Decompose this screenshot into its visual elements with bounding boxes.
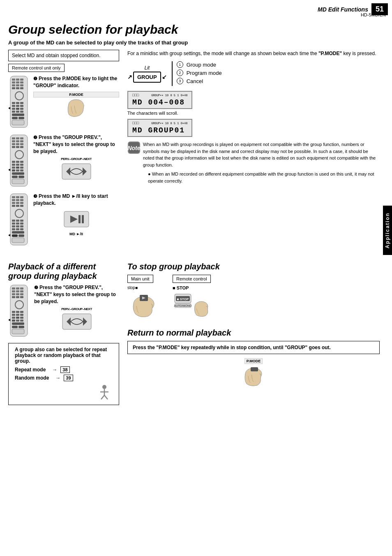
svg-rect-7 [12, 84, 15, 86]
svg-rect-36 [12, 140, 15, 142]
perv-group-next-2-illustration: PERV.–GROUP–NEXT [34, 307, 119, 334]
lcd2-small-info: ▾▾ 10 8 5 1 0▾48 [160, 122, 187, 125]
svg-point-134 [102, 385, 106, 389]
svg-text:■ STOP: ■ STOP [177, 297, 189, 301]
svg-rect-102 [10, 285, 28, 336]
svg-rect-47 [16, 161, 19, 163]
svg-rect-68 [12, 199, 15, 201]
group-box: GROUP [133, 72, 161, 83]
left-arrow: ↗ [127, 74, 132, 80]
lcd1-main: MD 004–008 [132, 98, 187, 107]
step-2-row: ❷ Press the "GROUP PREV.", "NEXT" keys t… [8, 134, 119, 189]
svg-rect-71 [12, 202, 15, 204]
svg-rect-131 [12, 329, 24, 334]
lcd1-group-label: GROUP [151, 94, 160, 97]
svg-rect-125 [12, 320, 15, 322]
svg-rect-98 [82, 215, 84, 223]
svg-rect-76 [20, 205, 23, 207]
svg-rect-3 [20, 79, 23, 81]
two-column-layout: Select MD and obtain stopped condition. … [8, 50, 380, 252]
svg-rect-32 [10, 135, 28, 186]
note-section: Note When an MD with group recordings is… [127, 141, 380, 184]
svg-rect-53 [16, 167, 19, 169]
svg-rect-17 [12, 105, 15, 107]
lit-label: Lit [144, 65, 150, 71]
step-1-content: ❶ Press the P.MODE key to light the "GRO… [33, 75, 119, 118]
svg-rect-87 [12, 228, 15, 230]
playback-step-content: ❷ Press the "GROUP PREV.", "NEXT" keys t… [34, 284, 119, 334]
subtitle: A group of the MD can be selected to pla… [8, 39, 380, 46]
svg-rect-58 [12, 172, 24, 175]
remote-only-label: Remote control unit only [8, 64, 65, 72]
svg-marker-30 [8, 107, 10, 109]
svg-rect-92 [18, 234, 24, 237]
svg-rect-74 [12, 205, 15, 207]
svg-rect-66 [16, 196, 19, 198]
step-1-row: ❶ Press the P.MODE key to light the "GRO… [8, 75, 119, 130]
svg-marker-62 [8, 169, 10, 171]
svg-rect-110 [16, 293, 19, 295]
svg-rect-122 [12, 317, 15, 319]
svg-rect-33 [12, 137, 15, 139]
mode-1-row: 1 Group mode [177, 61, 222, 68]
svg-rect-89 [20, 228, 23, 230]
svg-rect-49 [12, 164, 15, 166]
svg-rect-65 [12, 196, 15, 198]
perv-group-next-2-label: PERV.–GROUP–NEXT [34, 307, 119, 311]
svg-rect-126 [16, 320, 19, 322]
random-arrow: → [55, 375, 60, 381]
svg-rect-112 [12, 296, 15, 298]
step-3-text: ❸ Press the MD ►/II key to start playbac… [33, 193, 119, 207]
svg-rect-84 [12, 225, 15, 227]
svg-text:AUTO/MONO: AUTO/MONO [174, 304, 192, 307]
svg-rect-23 [12, 111, 15, 113]
remote-illustration-1 [8, 75, 31, 130]
svg-rect-1 [12, 79, 15, 81]
svg-rect-121 [20, 314, 23, 316]
return-illustration: P.MODE [127, 357, 380, 389]
mode-diagram: Lit ↗ GROUP ↙ 1 Group mode 2 Progr [127, 61, 380, 86]
svg-rect-109 [12, 293, 15, 295]
pmode-key-label: P.MODE [33, 92, 119, 97]
svg-rect-10 [12, 87, 15, 89]
svg-rect-124 [20, 317, 23, 319]
svg-rect-20 [12, 108, 15, 110]
svg-rect-59 [12, 176, 18, 178]
page-title: Group selection for playback [8, 23, 380, 36]
return-instruction-box: Press the "P.MODE" key repeatedly while … [127, 341, 380, 354]
figure-illustration [15, 384, 113, 401]
playback-section-title: Playback of a different group during pla… [8, 262, 119, 281]
stop-remote-illustration: ■ STOP ■ STOP AUTO/MONO [173, 285, 211, 322]
repeat-mode-label: Repeat mode [15, 367, 46, 373]
bottom-left: Playback of a different group during pla… [8, 256, 119, 405]
step-2-text: ❷ Press the "GROUP PREV.", "NEXT" keys t… [33, 134, 119, 155]
svg-rect-73 [20, 202, 23, 204]
svg-rect-40 [16, 143, 19, 145]
svg-rect-75 [16, 205, 19, 207]
svg-rect-41 [20, 143, 23, 145]
md-play-label: MD ►/II [33, 232, 119, 236]
svg-rect-145 [251, 367, 258, 371]
mode-list: 1 Group mode 2 Program mode 3 Cancel [172, 61, 222, 86]
svg-marker-132 [8, 319, 10, 321]
model-number: HD-5MD/EN [361, 12, 386, 17]
svg-rect-103 [12, 287, 15, 290]
svg-rect-113 [16, 296, 19, 298]
svg-rect-28 [18, 117, 24, 119]
svg-rect-106 [12, 290, 15, 292]
svg-rect-81 [12, 222, 15, 225]
top-instruction-box: Select MD and obtain stopped condition. [8, 50, 119, 61]
group-indicator: Lit ↗ GROUP ↙ [127, 65, 167, 83]
svg-rect-61 [12, 179, 24, 184]
main-unit-label: Main unit [127, 275, 153, 283]
svg-marker-94 [8, 234, 10, 236]
lcd1-top-time: □□□ [132, 93, 139, 97]
svg-rect-80 [20, 220, 23, 222]
playback-step-row: ❷ Press the "GROUP PREV.", "NEXT" keys t… [8, 284, 119, 339]
remote-illustration-2 [8, 134, 31, 189]
perv-group-next-illustration: PERV.–GROUP–NEXT [33, 157, 119, 183]
lcd-display-2: □□□ GROUP ▾▾ 10 8 5 1 0▾48 MD GROUP01 [127, 119, 380, 137]
playback-step-text: ❷ Press the "GROUP PREV.", "NEXT" keys t… [34, 284, 119, 305]
svg-rect-0 [10, 76, 28, 127]
main-remote-row: Main unit stop■ [127, 275, 380, 322]
